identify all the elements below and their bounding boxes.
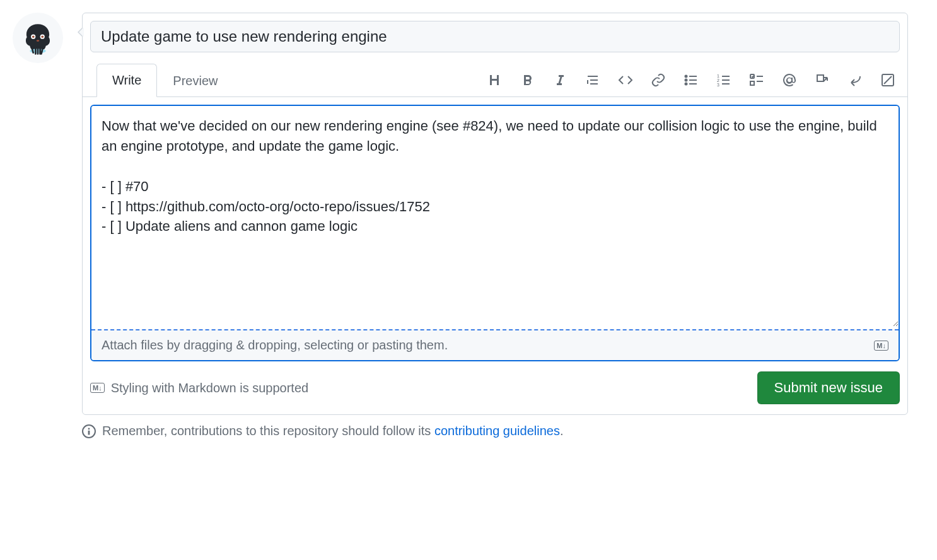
reply-icon[interactable]	[847, 72, 863, 88]
issue-title-input[interactable]	[90, 21, 900, 52]
link-icon[interactable]	[650, 72, 666, 88]
svg-point-3	[32, 35, 35, 38]
heading-icon[interactable]	[486, 72, 503, 88]
submit-new-issue-button[interactable]: Submit new issue	[757, 371, 900, 404]
comment-body-textarea[interactable]	[91, 106, 899, 327]
ordered-list-icon[interactable]: 123	[716, 72, 732, 88]
octocat-icon	[20, 20, 56, 56]
hint-prefix: Remember, contributions to this reposito…	[102, 424, 434, 438]
italic-icon[interactable]	[552, 72, 568, 88]
contributing-guidelines-link[interactable]: contributing guidelines	[434, 424, 560, 438]
svg-point-5	[37, 40, 40, 42]
editor-tabs: Write Preview	[96, 64, 233, 97]
svg-point-9	[685, 83, 687, 85]
markdown-toolbar: 123	[486, 72, 900, 88]
quote-icon[interactable]	[585, 72, 601, 88]
attach-files-area[interactable]: Attach files by dragging & dropping, sel…	[91, 329, 899, 360]
info-icon	[82, 424, 96, 438]
svg-text:2: 2	[717, 78, 719, 83]
markdown-supported-text: Styling with Markdown is supported	[111, 381, 308, 395]
contributing-hint: Remember, contributions to this reposito…	[82, 424, 924, 438]
markdown-icon: M↓	[90, 383, 105, 393]
comment-body-editor: Attach files by dragging & dropping, sel…	[90, 105, 900, 361]
bold-icon[interactable]	[519, 72, 535, 88]
avatar[interactable]	[13, 13, 63, 63]
cross-reference-icon[interactable]	[814, 72, 830, 88]
task-list-icon[interactable]	[748, 72, 765, 88]
unordered-list-icon[interactable]	[683, 72, 699, 88]
svg-text:1: 1	[717, 74, 719, 78]
mention-icon[interactable]	[781, 72, 798, 88]
tab-write[interactable]: Write	[96, 64, 157, 97]
markdown-icon: M↓	[874, 341, 888, 351]
hint-suffix: .	[560, 424, 564, 438]
comment-form: Write Preview 123	[82, 13, 908, 415]
svg-text:3: 3	[717, 83, 719, 87]
svg-point-4	[41, 35, 44, 38]
attach-files-text: Attach files by dragging & dropping, sel…	[102, 338, 448, 353]
code-icon[interactable]	[617, 72, 634, 88]
markdown-supported-note[interactable]: M↓ Styling with Markdown is supported	[90, 381, 308, 395]
tab-preview[interactable]: Preview	[157, 64, 233, 97]
svg-point-8	[685, 79, 687, 81]
svg-point-7	[685, 76, 687, 78]
saved-replies-icon[interactable]	[880, 72, 896, 88]
